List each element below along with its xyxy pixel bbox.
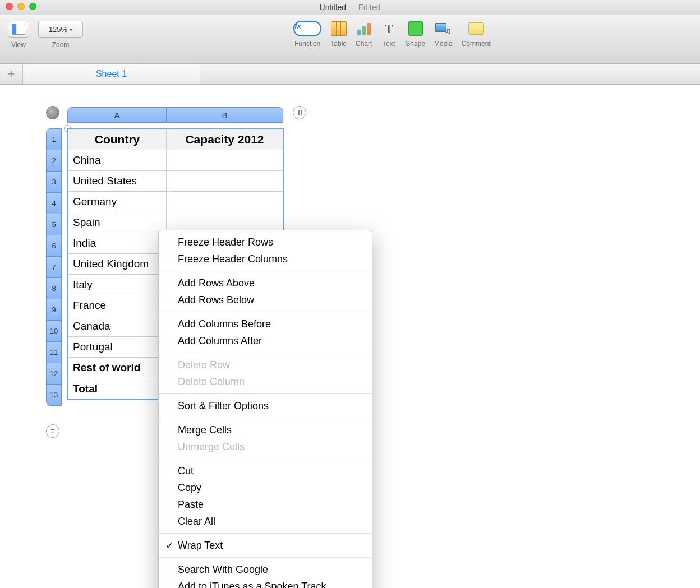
text-group: T Text [381, 21, 397, 48]
row-header[interactable]: 2 [46, 150, 62, 172]
table-handle-icon[interactable] [46, 106, 59, 119]
header-cell-country[interactable]: Country [68, 129, 167, 150]
function-label: Function [294, 40, 320, 48]
cell[interactable] [167, 150, 283, 171]
row-header[interactable]: 1 [46, 128, 62, 150]
function-button[interactable]: fx [293, 21, 321, 36]
window-title: Untitled — Edited [320, 3, 381, 12]
row-header[interactable]: 5 [46, 214, 62, 235]
add-column-handle[interactable] [293, 106, 306, 119]
menu-separator [159, 459, 372, 459]
menu-clear-all[interactable]: Clear All [159, 513, 372, 530]
menu-add-columns-before[interactable]: Add Columns Before [159, 316, 372, 332]
chart-label: Chart [356, 40, 372, 48]
row-header[interactable]: 10 [46, 321, 62, 342]
menu-merge-cells[interactable]: Merge Cells [159, 422, 372, 438]
row-header[interactable]: 9 [46, 299, 62, 321]
view-button[interactable] [8, 21, 29, 38]
cell[interactable]: China [68, 150, 167, 171]
zoom-group: 125% ▾ Zoom [38, 21, 83, 49]
row-header[interactable]: 4 [46, 193, 62, 214]
zoom-label: Zoom [52, 41, 70, 49]
minimize-icon[interactable] [17, 3, 25, 10]
app-window: Untitled — Edited View 125% ▾ Zoom fx Fu… [0, 0, 700, 588]
add-sheet-button[interactable]: + [0, 64, 23, 84]
row-header[interactable]: 11 [46, 342, 62, 363]
menu-separator [159, 393, 372, 394]
menu-delete-row: Delete Row [159, 356, 372, 373]
cell[interactable]: Rest of world [68, 358, 167, 378]
row-header[interactable]: 13 [46, 385, 62, 406]
cell[interactable]: Italy [68, 275, 167, 295]
cell[interactable]: Portugal [68, 337, 167, 358]
close-icon[interactable] [6, 3, 13, 10]
row-header[interactable]: 3 [46, 172, 62, 193]
sheet-tabstrip: + Sheet 1 [0, 64, 700, 85]
menu-freeze-header-columns[interactable]: Freeze Header Columns [159, 251, 372, 267]
menu-search-google[interactable]: Search With Google [159, 561, 372, 578]
cell[interactable] [167, 192, 283, 212]
menu-separator [159, 312, 372, 312]
text-label: Text [383, 40, 395, 48]
chevron-down-icon: ▾ [70, 26, 72, 33]
menu-copy[interactable]: Copy [159, 479, 372, 496]
menu-sort-filter[interactable]: Sort & Filter Options [159, 397, 372, 414]
zoom-dropdown[interactable]: 125% ▾ [38, 21, 83, 38]
media-icon: ♫ [435, 22, 451, 35]
cell[interactable] [167, 171, 283, 192]
menu-wrap-text[interactable]: Wrap Text [159, 537, 372, 554]
zoom-icon[interactable] [29, 3, 36, 10]
shape-button[interactable] [408, 21, 423, 36]
view-label: View [11, 41, 26, 49]
menu-separator [159, 353, 372, 353]
row-header[interactable]: 6 [46, 235, 62, 257]
row-header[interactable]: 12 [46, 363, 62, 385]
comment-button[interactable] [468, 21, 484, 36]
menu-add-rows-above[interactable]: Add Rows Above [159, 275, 372, 291]
menu-paste[interactable]: Paste [159, 496, 372, 513]
menu-add-columns-after[interactable]: Add Columns After [159, 332, 372, 349]
toolbar: View 125% ▾ Zoom fx Function Table Chart… [0, 15, 700, 64]
zoom-value: 125% [49, 25, 67, 34]
menu-unmerge-cells: Unmerge Cells [159, 438, 372, 455]
row-headers: 1 2 3 4 5 6 7 8 9 10 11 12 13 [46, 128, 62, 406]
cell[interactable]: France [68, 295, 167, 316]
cell[interactable]: United States [68, 171, 167, 192]
comment-label: Comment [462, 40, 491, 48]
menu-cut[interactable]: Cut [159, 462, 372, 479]
menu-add-rows-below[interactable]: Add Rows Below [159, 291, 372, 308]
cell[interactable]: Spain [68, 212, 167, 233]
column-header-b[interactable]: B [167, 107, 283, 123]
shape-group: Shape [406, 21, 425, 48]
table-label: Table [330, 40, 347, 48]
sheet-tab[interactable]: Sheet 1 [23, 64, 200, 84]
menu-separator [159, 533, 372, 534]
cell[interactable]: Germany [68, 192, 167, 212]
menu-separator [159, 418, 372, 418]
table-row: Country Capacity 2012 [68, 129, 283, 150]
comment-icon [468, 22, 484, 35]
context-menu: Freeze Header Rows Freeze Header Columns… [158, 230, 372, 588]
chart-button[interactable] [356, 21, 372, 36]
menu-separator [159, 271, 372, 271]
menu-add-to-itunes[interactable]: Add to iTunes as a Spoken Track [159, 578, 372, 588]
function-group: fx Function [293, 21, 321, 48]
cell[interactable]: Total [68, 378, 167, 399]
table-row: China [68, 150, 283, 171]
comment-group: Comment [462, 21, 491, 48]
menu-delete-column: Delete Column [159, 373, 372, 390]
header-cell-capacity[interactable]: Capacity 2012 [167, 129, 283, 150]
cell[interactable]: United Kingdom [68, 254, 167, 275]
row-header[interactable]: 8 [46, 278, 62, 299]
menu-freeze-header-rows[interactable]: Freeze Header Rows [159, 234, 372, 251]
media-button[interactable]: ♫ [435, 21, 451, 36]
canvas[interactable]: = A B 1 2 3 4 5 6 7 8 9 10 11 12 13 [0, 85, 700, 588]
cell[interactable]: Canada [68, 316, 167, 337]
text-button[interactable]: T [381, 21, 397, 36]
document-name: Untitled [320, 3, 346, 12]
add-row-handle[interactable]: = [46, 424, 59, 438]
table-button[interactable] [331, 21, 347, 36]
row-header[interactable]: 7 [46, 257, 62, 278]
cell[interactable]: India [68, 233, 167, 254]
column-header-a[interactable]: A [67, 107, 167, 123]
